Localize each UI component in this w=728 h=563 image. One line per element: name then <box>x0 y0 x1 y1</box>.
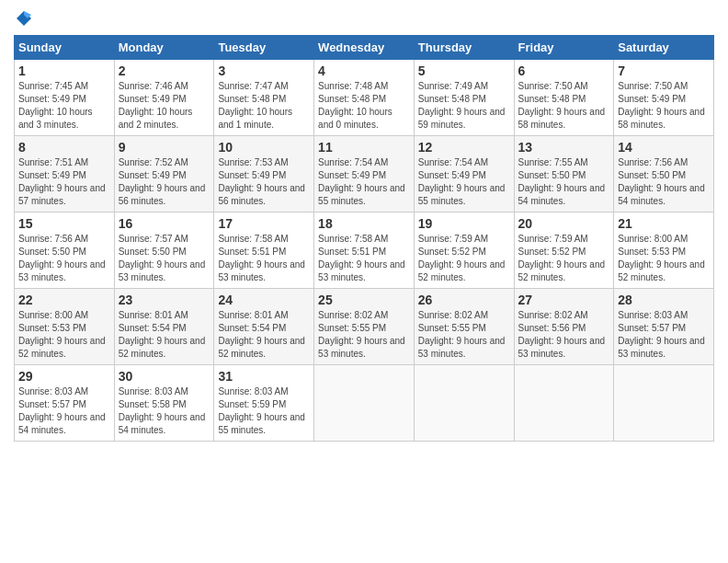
calendar-header-row: SundayMondayTuesdayWednesdayThursdayFrid… <box>15 36 714 60</box>
day-number: 19 <box>418 216 510 231</box>
day-number: 18 <box>318 216 410 231</box>
col-header-thursday: Thursday <box>414 36 514 60</box>
calendar-cell: 1 Sunrise: 7:45 AMSunset: 5:49 PMDayligh… <box>15 60 115 136</box>
day-number: 22 <box>18 293 110 307</box>
day-info: Sunrise: 8:02 AMSunset: 5:55 PMDaylight:… <box>318 310 405 359</box>
calendar-cell: 18 Sunrise: 7:58 AMSunset: 5:51 PMDaylig… <box>314 213 415 289</box>
page-container: SundayMondayTuesdayWednesdayThursdayFrid… <box>0 0 728 451</box>
day-info: Sunrise: 8:00 AMSunset: 5:53 PMDaylight:… <box>18 310 106 359</box>
day-number: 25 <box>318 293 410 307</box>
day-info: Sunrise: 7:50 AMSunset: 5:49 PMDaylight:… <box>618 81 705 130</box>
day-number: 28 <box>618 293 710 307</box>
day-number: 20 <box>518 216 610 231</box>
day-number: 3 <box>218 63 310 78</box>
day-number: 30 <box>119 369 210 384</box>
day-number: 15 <box>18 216 110 231</box>
calendar-week-4: 22 Sunrise: 8:00 AMSunset: 5:53 PMDaylig… <box>15 289 714 365</box>
col-header-sunday: Sunday <box>15 36 115 60</box>
calendar-cell: 14 Sunrise: 7:56 AMSunset: 5:50 PMDaylig… <box>614 136 714 213</box>
day-info: Sunrise: 7:52 AMSunset: 5:49 PMDaylight:… <box>119 157 206 206</box>
calendar-week-2: 8 Sunrise: 7:51 AMSunset: 5:49 PMDayligh… <box>15 136 714 213</box>
calendar-cell: 30 Sunrise: 8:03 AMSunset: 5:58 PMDaylig… <box>114 365 214 442</box>
calendar-cell: 15 Sunrise: 7:56 AMSunset: 5:50 PMDaylig… <box>15 213 115 289</box>
calendar-cell: 31 Sunrise: 8:03 AMSunset: 5:59 PMDaylig… <box>214 365 314 442</box>
day-info: Sunrise: 8:02 AMSunset: 5:56 PMDaylight:… <box>518 310 606 359</box>
col-header-monday: Monday <box>114 36 214 60</box>
day-number: 7 <box>618 63 710 78</box>
calendar-cell: 13 Sunrise: 7:55 AMSunset: 5:50 PMDaylig… <box>514 136 614 213</box>
day-info: Sunrise: 7:45 AMSunset: 5:49 PMDaylight:… <box>18 81 93 130</box>
calendar-cell: 29 Sunrise: 8:03 AMSunset: 5:57 PMDaylig… <box>15 365 115 442</box>
day-number: 16 <box>119 216 210 231</box>
day-info: Sunrise: 7:47 AMSunset: 5:48 PMDaylight:… <box>218 81 292 130</box>
calendar-cell: 17 Sunrise: 7:58 AMSunset: 5:51 PMDaylig… <box>214 213 314 289</box>
day-number: 23 <box>119 293 210 307</box>
day-info: Sunrise: 7:54 AMSunset: 5:49 PMDaylight:… <box>418 157 506 206</box>
day-number: 24 <box>218 293 310 307</box>
calendar-cell: 4 Sunrise: 7:48 AMSunset: 5:48 PMDayligh… <box>314 60 415 136</box>
calendar-cell: 26 Sunrise: 8:02 AMSunset: 5:55 PMDaylig… <box>414 289 514 365</box>
day-info: Sunrise: 8:03 AMSunset: 5:59 PMDaylight:… <box>218 386 305 435</box>
calendar-cell: 3 Sunrise: 7:47 AMSunset: 5:48 PMDayligh… <box>214 60 314 136</box>
day-info: Sunrise: 8:03 AMSunset: 5:57 PMDaylight:… <box>18 386 106 435</box>
col-header-saturday: Saturday <box>614 36 714 60</box>
calendar-cell <box>614 365 714 442</box>
calendar-cell: 11 Sunrise: 7:54 AMSunset: 5:49 PMDaylig… <box>314 136 415 213</box>
calendar-week-5: 29 Sunrise: 8:03 AMSunset: 5:57 PMDaylig… <box>15 365 714 442</box>
day-info: Sunrise: 7:46 AMSunset: 5:49 PMDaylight:… <box>119 81 193 130</box>
calendar-cell: 12 Sunrise: 7:54 AMSunset: 5:49 PMDaylig… <box>414 136 514 213</box>
day-info: Sunrise: 7:51 AMSunset: 5:49 PMDaylight:… <box>18 157 106 206</box>
day-number: 27 <box>518 293 610 307</box>
day-number: 12 <box>418 140 510 155</box>
calendar-cell: 6 Sunrise: 7:50 AMSunset: 5:48 PMDayligh… <box>514 60 614 136</box>
col-header-tuesday: Tuesday <box>214 36 314 60</box>
calendar-cell: 16 Sunrise: 7:57 AMSunset: 5:50 PMDaylig… <box>114 213 214 289</box>
day-info: Sunrise: 7:50 AMSunset: 5:48 PMDaylight:… <box>518 81 606 130</box>
day-info: Sunrise: 7:58 AMSunset: 5:51 PMDaylight:… <box>318 234 405 282</box>
day-info: Sunrise: 8:01 AMSunset: 5:54 PMDaylight:… <box>119 310 206 359</box>
calendar-cell: 9 Sunrise: 7:52 AMSunset: 5:49 PMDayligh… <box>114 136 214 213</box>
day-number: 5 <box>418 63 510 78</box>
calendar-week-1: 1 Sunrise: 7:45 AMSunset: 5:49 PMDayligh… <box>15 60 714 136</box>
calendar-cell: 20 Sunrise: 7:59 AMSunset: 5:52 PMDaylig… <box>514 213 614 289</box>
day-info: Sunrise: 7:58 AMSunset: 5:51 PMDaylight:… <box>218 234 305 282</box>
calendar-cell: 10 Sunrise: 7:53 AMSunset: 5:49 PMDaylig… <box>214 136 314 213</box>
day-info: Sunrise: 8:01 AMSunset: 5:54 PMDaylight:… <box>218 310 305 359</box>
logo-icon <box>15 9 33 28</box>
calendar-table: SundayMondayTuesdayWednesdayThursdayFrid… <box>14 35 714 442</box>
day-info: Sunrise: 7:55 AMSunset: 5:50 PMDaylight:… <box>518 157 606 206</box>
day-number: 17 <box>218 216 310 231</box>
day-info: Sunrise: 8:02 AMSunset: 5:55 PMDaylight:… <box>418 310 506 359</box>
day-number: 14 <box>618 140 710 155</box>
calendar-cell: 2 Sunrise: 7:46 AMSunset: 5:49 PMDayligh… <box>114 60 214 136</box>
day-number: 26 <box>418 293 510 307</box>
day-info: Sunrise: 7:59 AMSunset: 5:52 PMDaylight:… <box>418 234 506 282</box>
day-info: Sunrise: 7:56 AMSunset: 5:50 PMDaylight:… <box>18 234 106 282</box>
day-number: 29 <box>18 369 110 384</box>
calendar-cell: 8 Sunrise: 7:51 AMSunset: 5:49 PMDayligh… <box>15 136 115 213</box>
day-number: 2 <box>119 63 210 78</box>
calendar-cell: 7 Sunrise: 7:50 AMSunset: 5:49 PMDayligh… <box>614 60 714 136</box>
calendar-cell: 23 Sunrise: 8:01 AMSunset: 5:54 PMDaylig… <box>114 289 214 365</box>
calendar-cell: 28 Sunrise: 8:03 AMSunset: 5:57 PMDaylig… <box>614 289 714 365</box>
day-info: Sunrise: 8:03 AMSunset: 5:57 PMDaylight:… <box>618 310 705 359</box>
day-info: Sunrise: 8:00 AMSunset: 5:53 PMDaylight:… <box>618 234 705 282</box>
calendar-cell <box>514 365 614 442</box>
day-number: 4 <box>318 63 410 78</box>
day-number: 11 <box>318 140 410 155</box>
day-number: 9 <box>119 140 210 155</box>
day-info: Sunrise: 7:54 AMSunset: 5:49 PMDaylight:… <box>318 157 405 206</box>
day-number: 1 <box>18 63 110 78</box>
day-info: Sunrise: 7:57 AMSunset: 5:50 PMDaylight:… <box>119 234 206 282</box>
calendar-cell <box>414 365 514 442</box>
day-info: Sunrise: 7:53 AMSunset: 5:49 PMDaylight:… <box>218 157 305 206</box>
calendar-cell: 24 Sunrise: 8:01 AMSunset: 5:54 PMDaylig… <box>214 289 314 365</box>
logo <box>14 9 34 28</box>
day-number: 21 <box>618 216 710 231</box>
day-number: 8 <box>18 140 110 155</box>
day-info: Sunrise: 7:48 AMSunset: 5:48 PMDaylight:… <box>318 81 392 130</box>
calendar-cell: 22 Sunrise: 8:00 AMSunset: 5:53 PMDaylig… <box>15 289 115 365</box>
calendar-cell: 21 Sunrise: 8:00 AMSunset: 5:53 PMDaylig… <box>614 213 714 289</box>
day-info: Sunrise: 7:49 AMSunset: 5:48 PMDaylight:… <box>418 81 506 130</box>
day-number: 31 <box>218 369 310 384</box>
